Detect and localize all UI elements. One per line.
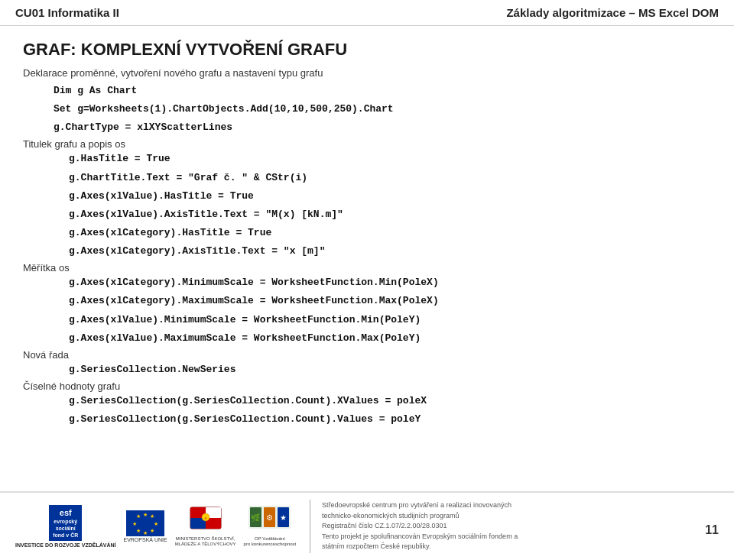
esf-box: esf evropský sociální fond v ČR [49, 505, 82, 542]
eu-flag-icon: ★ ★ ★ ★ ★ ★ ★ ★ [126, 510, 164, 536]
svg-text:★: ★ [136, 513, 141, 519]
code-line: g.SeriesCollection.NewSeries [69, 362, 711, 377]
eu-logo: ★ ★ ★ ★ ★ ★ ★ ★ EVROPSKÁ UNIE [123, 503, 167, 549]
svg-text:★: ★ [150, 513, 154, 519]
code-line: g.SeriesCollection(g.SeriesCollection.Co… [69, 393, 711, 409]
op-icon: 🌿 ⚙ ★ [248, 506, 291, 536]
code-line: g.Axes(xlValue).AxisTitle.Text = "M(x) [… [69, 207, 711, 222]
code-line: g.Axes(xlValue).HasTitle = True [69, 189, 711, 204]
msmt-label: MINISTERSTVO ŠKOLSTVÍ,MLÁDEŽE A TĚLOVÝCH… [175, 536, 236, 547]
invest-text: INVESTICE DO ROZVOJE VZDĚLÁVÁNÍ [15, 542, 115, 548]
svg-text:★: ★ [136, 528, 141, 533]
footer: esf evropský sociální fond v ČR INVESTIC… [0, 491, 734, 560]
slide-title: GRAF: KOMPLEXNÍ VYTVOŘENÍ GRAFU [23, 40, 711, 60]
page-number: 11 [705, 523, 719, 537]
op-logo: 🌿 ⚙ ★ OP Vzdělávánípro konkurenceschopno… [244, 503, 297, 549]
svg-text:★: ★ [143, 512, 148, 517]
code-line: g.Axes(xlCategory).AxisTitle.Text = "x [… [69, 244, 711, 259]
code-line: g.Axes(xlCategory).HasTitle = True [69, 225, 711, 241]
code-line: g.HasTitle = True [69, 151, 711, 167]
svg-text:★: ★ [280, 513, 287, 522]
code-line: g.Axes(xlValue).MinimumScale = Worksheet… [69, 312, 711, 328]
footer-line2: technicko-ekonomických studijních progra… [322, 511, 719, 522]
code-line: g.ChartTitle.Text = "Graf č. " & CStr(i) [69, 170, 711, 186]
code-line: g.Axes(xlValue).MaximumScale = Worksheet… [69, 331, 711, 346]
section-label-values-label: Číselné hodnoty grafu [23, 380, 711, 392]
footer-text: Středoevropské centrum pro vytváření a r… [322, 500, 719, 552]
code-line: g.ChartType = xlXYScatterLines [54, 120, 711, 135]
svg-text:★: ★ [154, 521, 158, 526]
code-line: g.Axes(xlCategory).MinimumScale = Worksh… [69, 275, 711, 290]
svg-text:🌿: 🌿 [251, 513, 261, 523]
esf-logo: esf evropský sociální fond v ČR INVESTIC… [15, 503, 115, 549]
footer-line5: státním rozpočtem České republiky. [322, 542, 719, 552]
section-label-title-section-label: Titulek grafu a popis os [23, 138, 711, 150]
msmt-logo: ✦ MINISTERSTVO ŠKOLSTVÍ,MLÁDEŽE A TĚLOVÝ… [175, 503, 236, 549]
code-line: g.SeriesCollection(g.SeriesCollection.Co… [69, 412, 711, 427]
code-area: Dim g As ChartSet g=Worksheets(1).ChartO… [23, 83, 711, 427]
footer-line3: Registrační číslo CZ.1.07/2.2.00/28.0301 [322, 521, 719, 532]
svg-text:★: ★ [143, 530, 148, 536]
header: CU01 Informatika II Základy algoritmizac… [0, 0, 734, 26]
svg-text:✦: ✦ [203, 516, 208, 521]
footer-divider [310, 500, 310, 553]
footer-line1: Středoevropské centrum pro vytváření a r… [322, 500, 719, 511]
footer-line4: Tento projekt je spolufinancován Evropsk… [322, 532, 719, 542]
eu-label: EVROPSKÁ UNIE [123, 537, 167, 542]
code-line: g.Axes(xlCategory).MaximumScale = Worksh… [69, 293, 711, 309]
section-label-scale-label: Měřítka os [23, 262, 711, 274]
code-line: Dim g As Chart [54, 83, 711, 99]
header-topic: Základy algoritmizace – MS Excel DOM [506, 6, 719, 19]
slide-subtitle: Deklarace proměnné, vytvoření nového gra… [23, 67, 711, 79]
section-label-series-label: Nová řada [23, 349, 711, 361]
header-course: CU01 Informatika II [15, 6, 119, 19]
svg-text:⚙: ⚙ [266, 513, 273, 522]
svg-text:★: ★ [150, 528, 154, 533]
code-line: Set g=Worksheets(1).ChartObjects.Add(10,… [54, 102, 711, 117]
footer-logos: esf evropský sociální fond v ČR INVESTIC… [15, 503, 298, 549]
msmt-icon: ✦ [187, 506, 225, 536]
main-content: GRAF: KOMPLEXNÍ VYTVOŘENÍ GRAFU Deklarac… [0, 26, 734, 438]
op-label: OP Vzdělávánípro konkurenceschopnost [244, 536, 297, 547]
svg-text:★: ★ [132, 521, 137, 526]
